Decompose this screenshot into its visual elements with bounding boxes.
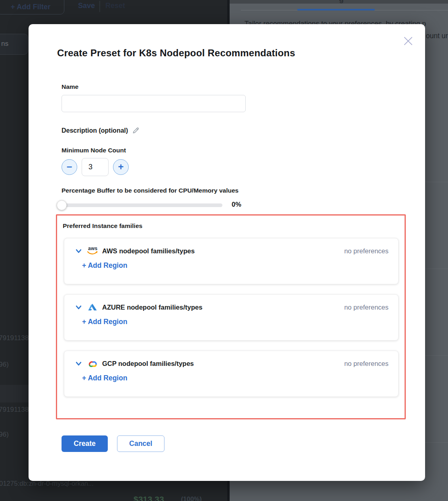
aws-logo-icon: aws [87, 246, 98, 256]
screen: + Add Filter Save Reset ns 79191138 96) … [0, 0, 448, 501]
min-node-count-label: Minimum Node Count [62, 147, 126, 154]
provider-card-aws: aws AWS nodepool families/types no prefe… [64, 238, 399, 284]
azure-logo-icon [87, 302, 98, 312]
buffer-value: 0% [232, 201, 241, 208]
add-region-button[interactable]: + Add Region [82, 374, 127, 382]
modal-title: Create Preset for K8s Nodepool Recommend… [57, 47, 295, 59]
background-chip: ns [0, 34, 28, 55]
cancel-button[interactable]: Cancel [117, 435, 164, 452]
gcp-logo-icon [87, 359, 98, 368]
description-row: Description (optional) [62, 127, 140, 134]
chevron-down-icon[interactable] [75, 360, 82, 367]
edit-pencil-icon[interactable] [132, 127, 140, 134]
reset-button[interactable]: Reset [105, 2, 125, 10]
background-cost: $313.33 [134, 495, 164, 501]
add-filter-button[interactable]: + Add Filter [0, 0, 64, 14]
chevron-down-icon[interactable] [75, 304, 82, 311]
panel-description-line2: ount ur [426, 32, 448, 40]
slider-thumb[interactable] [57, 200, 67, 210]
add-filter-label: + Add Filter [11, 3, 51, 11]
background-row-pct: 96) [0, 431, 9, 439]
toolbar-divider [99, 1, 100, 12]
create-preset-modal: Create Preset for K8s Nodepool Recommend… [29, 24, 425, 481]
provider-status: no preferences [344, 247, 388, 255]
buffer-label: Percentage Buffer to be considered for C… [62, 187, 238, 194]
name-label: Name [62, 83, 78, 90]
description-label: Description (optional) [62, 127, 128, 134]
background-row-id: 79191138 [0, 334, 29, 342]
provider-status: no preferences [344, 360, 388, 368]
node-count-input[interactable] [82, 158, 109, 176]
provider-header[interactable]: GCP nodepool families/types no preferenc… [64, 356, 398, 371]
active-tab-underline [297, 9, 375, 10]
provider-label: AWS nodepool families/types [102, 247, 195, 255]
close-icon[interactable] [403, 35, 414, 47]
provider-header[interactable]: aws AWS nodepool families/types no prefe… [64, 244, 398, 258]
buffer-slider: 0% [62, 200, 251, 210]
name-input[interactable] [62, 95, 246, 112]
background-chip-text: ns [1, 40, 8, 48]
provider-card-gcp: GCP nodepool families/types no preferenc… [64, 351, 399, 397]
save-button[interactable]: Save [78, 2, 95, 10]
provider-status: no preferences [344, 304, 388, 311]
increment-button[interactable]: + [113, 159, 129, 175]
modal-actions: Create Cancel [62, 435, 164, 452]
background-row-id: 79191138 [0, 406, 29, 414]
create-button[interactable]: Create [62, 435, 108, 452]
slider-track[interactable] [62, 203, 222, 207]
preferred-families-label: Preferred Instance families [63, 222, 142, 230]
chevron-down-icon[interactable] [75, 248, 82, 255]
background-cost-pct: (100%) [181, 496, 202, 501]
decrement-button[interactable]: − [62, 159, 77, 175]
provider-header[interactable]: AZURE nodepool families/types no prefere… [64, 300, 398, 314]
panel-top-band: g [230, 0, 448, 4]
provider-label: AZURE nodepool families/types [102, 304, 202, 311]
node-count-stepper: − + [62, 158, 129, 176]
provider-card-azure: AZURE nodepool families/types no prefere… [64, 294, 399, 341]
background-row-pct: 96) [0, 361, 9, 369]
tab-label-fragment: g [339, 0, 344, 4]
preferred-families-highlight-box: Preferred Instance families aws [56, 214, 406, 419]
provider-label: GCP nodepool families/types [102, 360, 194, 368]
add-region-button[interactable]: + Add Region [82, 261, 127, 270]
add-region-button[interactable]: + Add Region [82, 318, 127, 326]
